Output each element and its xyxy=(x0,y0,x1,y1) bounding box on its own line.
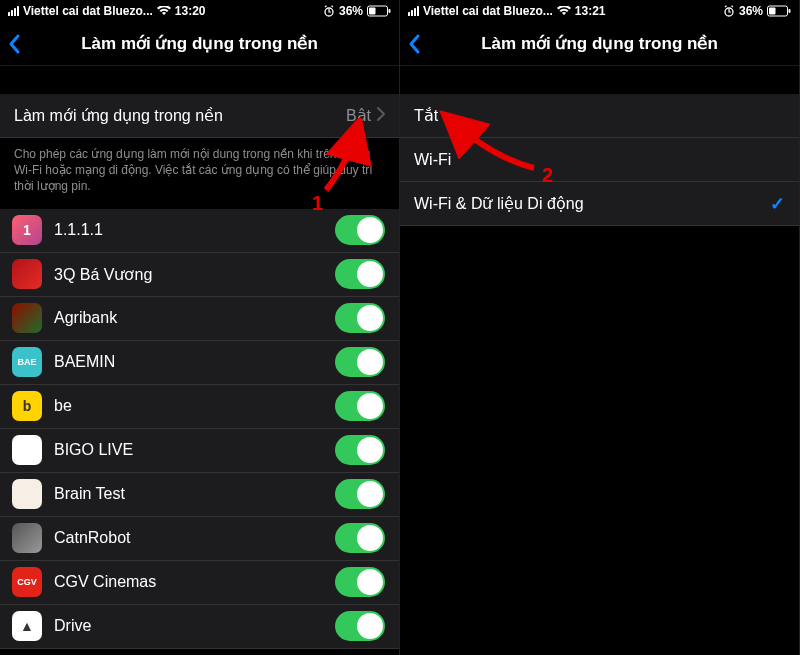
wifi-icon xyxy=(557,6,571,16)
back-button[interactable] xyxy=(406,22,424,66)
time-label: 13:21 xyxy=(575,4,606,18)
battery-icon xyxy=(367,5,391,17)
setting-footer: Cho phép các ứng dụng làm mới nội dung t… xyxy=(0,138,399,209)
app-row: CGVCGV Cinemas xyxy=(0,561,399,605)
battery-pct: 36% xyxy=(739,4,763,18)
svg-rect-3 xyxy=(389,9,391,13)
setting-value: Bật xyxy=(346,106,371,125)
app-row: Brain Test xyxy=(0,473,399,517)
chevron-right-icon xyxy=(377,107,385,125)
app-list: 11.1.1.13Q Bá VươngAgribankBAEBAEMINbbeB… xyxy=(0,209,399,649)
app-icon xyxy=(12,259,42,289)
app-name-label: CGV Cinemas xyxy=(54,573,335,591)
back-button[interactable] xyxy=(6,22,24,66)
carrier-label: Viettel cai dat Bluezo... xyxy=(23,4,153,18)
annotation-label-2: 2 xyxy=(542,164,553,187)
signal-icon xyxy=(408,6,419,16)
background-refresh-setting[interactable]: Làm mới ứng dụng trong nền Bật xyxy=(0,94,399,138)
svg-rect-2 xyxy=(369,8,376,15)
option-list: TắtWi-FiWi-Fi & Dữ liệu Di động✓ xyxy=(400,94,799,226)
nav-bar: Làm mới ứng dụng trong nền xyxy=(400,22,799,66)
option-label: Wi-Fi xyxy=(414,151,785,169)
battery-icon xyxy=(767,5,791,17)
app-row: bbe xyxy=(0,385,399,429)
option-row[interactable]: Wi-Fi & Dữ liệu Di động✓ xyxy=(400,182,799,226)
app-toggle[interactable] xyxy=(335,215,385,245)
page-title: Làm mới ứng dụng trong nền xyxy=(0,33,399,54)
app-row: Agribank xyxy=(0,297,399,341)
wifi-icon xyxy=(157,6,171,16)
app-toggle[interactable] xyxy=(335,523,385,553)
app-toggle[interactable] xyxy=(335,611,385,641)
app-row: BAEBAEMIN xyxy=(0,341,399,385)
app-row: ▲Drive xyxy=(0,605,399,649)
app-name-label: 1.1.1.1 xyxy=(54,221,335,239)
app-toggle[interactable] xyxy=(335,259,385,289)
battery-pct: 36% xyxy=(339,4,363,18)
app-name-label: 3Q Bá Vương xyxy=(54,265,335,284)
setting-label: Làm mới ứng dụng trong nền xyxy=(14,106,346,125)
app-icon: BAE xyxy=(12,347,42,377)
option-label: Tắt xyxy=(414,106,785,125)
app-icon: ▲ xyxy=(12,611,42,641)
app-name-label: CatnRobot xyxy=(54,529,335,547)
app-name-label: be xyxy=(54,397,335,415)
app-name-label: Agribank xyxy=(54,309,335,327)
app-icon xyxy=(12,523,42,553)
alarm-icon xyxy=(323,5,335,17)
page-title: Làm mới ứng dụng trong nền xyxy=(400,33,799,54)
check-icon: ✓ xyxy=(770,193,785,215)
content-area: TắtWi-FiWi-Fi & Dữ liệu Di động✓ xyxy=(400,66,799,655)
app-toggle[interactable] xyxy=(335,479,385,509)
phone-left: Viettel cai dat Bluezo... 13:20 36% Làm … xyxy=(0,0,400,655)
option-row[interactable]: Wi-Fi xyxy=(400,138,799,182)
app-toggle[interactable] xyxy=(335,347,385,377)
status-bar: Viettel cai dat Bluezo... 13:21 36% xyxy=(400,0,799,22)
app-icon xyxy=(12,435,42,465)
alarm-icon xyxy=(723,5,735,17)
app-toggle[interactable] xyxy=(335,567,385,597)
app-name-label: Brain Test xyxy=(54,485,335,503)
app-toggle[interactable] xyxy=(335,303,385,333)
app-name-label: Drive xyxy=(54,617,335,635)
nav-bar: Làm mới ứng dụng trong nền xyxy=(0,22,399,66)
app-name-label: BAEMIN xyxy=(54,353,335,371)
svg-rect-6 xyxy=(769,8,776,15)
app-icon xyxy=(12,303,42,333)
annotation-label-1: 1 xyxy=(312,192,323,215)
app-icon: 1 xyxy=(12,215,42,245)
time-label: 13:20 xyxy=(175,4,206,18)
app-row: 11.1.1.1 xyxy=(0,209,399,253)
status-bar: Viettel cai dat Bluezo... 13:20 36% xyxy=(0,0,399,22)
app-icon: b xyxy=(12,391,42,421)
signal-icon xyxy=(8,6,19,16)
svg-rect-7 xyxy=(789,9,791,13)
app-row: BIGO LIVE xyxy=(0,429,399,473)
content-area: Làm mới ứng dụng trong nền Bật Cho phép … xyxy=(0,66,399,655)
app-toggle[interactable] xyxy=(335,435,385,465)
app-row: 3Q Bá Vương xyxy=(0,253,399,297)
app-toggle[interactable] xyxy=(335,391,385,421)
app-name-label: BIGO LIVE xyxy=(54,441,335,459)
carrier-label: Viettel cai dat Bluezo... xyxy=(423,4,553,18)
app-row: CatnRobot xyxy=(0,517,399,561)
option-row[interactable]: Tắt xyxy=(400,94,799,138)
app-icon xyxy=(12,479,42,509)
app-icon: CGV xyxy=(12,567,42,597)
phone-right: Viettel cai dat Bluezo... 13:21 36% Làm … xyxy=(400,0,800,655)
option-label: Wi-Fi & Dữ liệu Di động xyxy=(414,194,770,213)
